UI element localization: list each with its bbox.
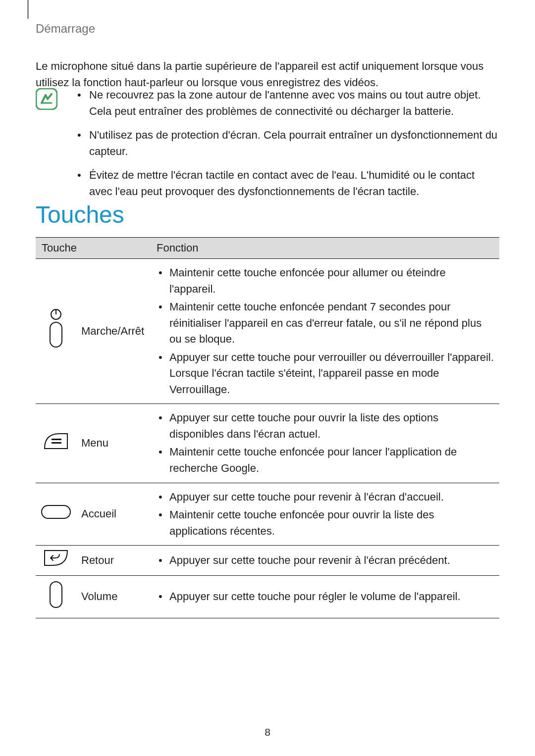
svg-rect-5 xyxy=(52,439,61,440)
function-item: Maintenir cette touche enfoncée pendant … xyxy=(156,299,494,348)
function-list: Appuyer sur cette touche pour revenir à … xyxy=(156,553,494,569)
note-item: Ne recouvrez pas la zone autour de l'ant… xyxy=(75,87,499,119)
function-list: Appuyer sur cette touche pour régler le … xyxy=(156,589,494,605)
power-icon xyxy=(47,340,65,353)
key-name-power: Marche/Arrêt xyxy=(76,259,151,404)
function-item: Maintenir cette touche enfoncée pour lan… xyxy=(156,444,494,476)
keys-table: Touche Fonction Marche/Arrêt xyxy=(36,237,499,618)
tab-mark xyxy=(27,0,29,19)
key-name-home: Accueil xyxy=(76,483,151,546)
table-header-fonction: Fonction xyxy=(151,238,499,259)
note-block: Ne recouvrez pas la zone autour de l'ant… xyxy=(36,87,499,207)
page: Démarrage Le microphone situé dans la pa… xyxy=(0,0,535,756)
table-row: Accueil Appuyer sur cette touche pour re… xyxy=(36,483,499,546)
svg-rect-4 xyxy=(50,322,62,347)
function-list: Appuyer sur cette touche pour ouvrir la … xyxy=(156,410,494,476)
function-item: Appuyer sur cette touche pour ouvrir la … xyxy=(156,410,494,442)
table-row: Volume Appuyer sur cette touche pour rég… xyxy=(36,575,499,618)
key-name-menu: Menu xyxy=(76,404,151,483)
note-item: N'utilisez pas de protection d'écran. Ce… xyxy=(75,127,499,159)
back-icon xyxy=(44,556,68,569)
function-item: Appuyer sur cette touche pour régler le … xyxy=(156,589,494,605)
function-item: Maintenir cette touche enfoncée pour ouv… xyxy=(156,507,494,539)
chapter-label: Démarrage xyxy=(36,22,95,36)
table-row: Marche/Arrêt Maintenir cette touche enfo… xyxy=(36,259,499,404)
volume-icon xyxy=(48,600,64,612)
function-item: Appuyer sur cette touche pour revenir à … xyxy=(156,489,494,505)
note-list: Ne recouvrez pas la zone autour de l'ant… xyxy=(75,87,499,200)
table-row: Retour Appuyer sur cette touche pour rev… xyxy=(36,546,499,576)
function-list: Maintenir cette touche enfoncée pour all… xyxy=(156,265,494,398)
function-item: Appuyer sur cette touche pour verrouille… xyxy=(156,350,494,398)
memo-icon xyxy=(36,88,57,110)
svg-rect-7 xyxy=(42,505,70,518)
menu-icon xyxy=(44,440,68,452)
key-name-volume: Volume xyxy=(76,575,151,618)
table-row: Menu Appuyer sur cette touche pour ouvri… xyxy=(36,404,499,483)
section-title: Touches xyxy=(36,201,124,228)
note-item: Évitez de mettre l'écran tactile en cont… xyxy=(75,167,499,200)
intro-paragraph: Le microphone situé dans la partie supér… xyxy=(36,58,499,91)
page-number: 8 xyxy=(0,726,535,738)
function-list: Appuyer sur cette touche pour revenir à … xyxy=(156,489,494,540)
table-header-touche: Touche xyxy=(36,238,151,259)
function-item: Appuyer sur cette touche pour revenir à … xyxy=(156,553,494,569)
function-item: Maintenir cette touche enfoncée pour all… xyxy=(156,265,494,297)
key-name-back: Retour xyxy=(76,546,151,576)
svg-rect-8 xyxy=(50,582,62,607)
home-icon xyxy=(41,509,71,522)
svg-rect-6 xyxy=(52,442,61,444)
